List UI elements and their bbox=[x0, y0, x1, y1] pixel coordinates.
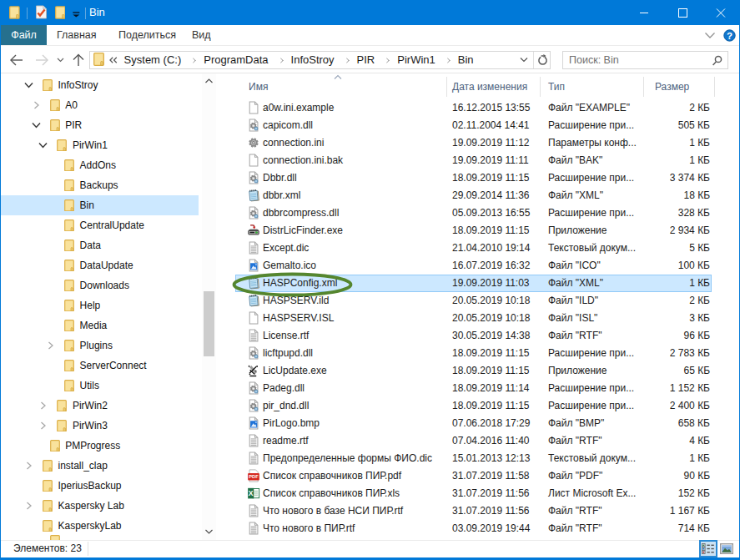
svg-text:?: ? bbox=[727, 31, 732, 41]
svg-text:PDF: PDF bbox=[249, 475, 259, 480]
svg-text:X: X bbox=[248, 489, 253, 497]
